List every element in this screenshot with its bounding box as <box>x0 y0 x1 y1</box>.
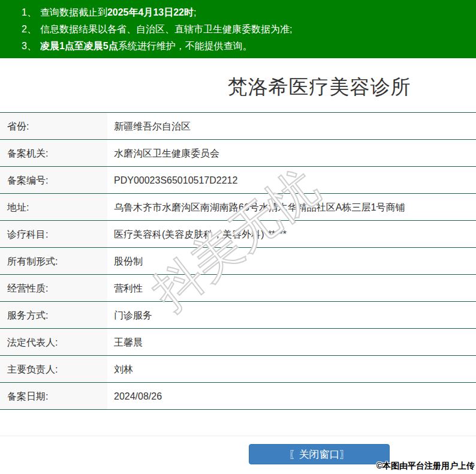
upload-credit-text: ©本图由平台注册用户上传 <box>376 461 475 472</box>
table-row-filing-number: 备案编号: PDY00023S65010517D2212 <box>0 167 476 194</box>
table-row-departments: 诊疗科目: 医疗美容科(美容皮肤科，美容外科)****** <box>0 221 476 248</box>
table-row-filing-authority: 备案机关: 水磨沟区卫生健康委员会 <box>0 140 476 167</box>
notice-3-bold: 凌晨1点至凌晨5点 <box>40 41 118 51</box>
row-value: 股份制 <box>107 248 476 274</box>
table-row-service-mode: 服务方式: 门诊服务 <box>0 302 476 329</box>
row-label: 诊疗科目: <box>0 221 107 247</box>
record-info-table: 省份: 新疆维吾尔自治区 备案机关: 水磨沟区卫生健康委员会 备案编号: PDY… <box>0 112 476 410</box>
row-label: 备案日期: <box>0 383 107 409</box>
notice-line-1: 1、查询数据截止到2025年4月13日22时; <box>22 4 476 21</box>
row-value: 水磨沟区卫生健康委员会 <box>107 140 476 166</box>
row-value: PDY00023S65010517D2212 <box>107 167 476 193</box>
row-value: 门诊服务 <box>107 302 476 328</box>
table-row-ownership: 所有制形式: 股份制 <box>0 248 476 275</box>
row-value: 新疆维吾尔自治区 <box>107 113 476 139</box>
page-viewport: 1、查询数据截止到2025年4月13日22时; 2、信息数据结果以各省、自治区、… <box>0 0 476 474</box>
table-row-legal-representative: 法定代表人: 王馨晨 <box>0 329 476 356</box>
notice-bar: 1、查询数据截止到2025年4月13日22时; 2、信息数据结果以各省、自治区、… <box>0 0 476 58</box>
notice-1-tail: ; <box>194 7 196 17</box>
row-value: 2024/08/26 <box>107 383 476 409</box>
table-row-filing-date: 备案日期: 2024/08/26 <box>0 383 476 410</box>
table-row-province: 省份: 新疆维吾尔自治区 <box>0 113 476 140</box>
row-label: 所有制形式: <box>0 248 107 274</box>
notice-3-number: 3、 <box>22 41 37 51</box>
row-label: 主要负责人: <box>0 356 107 382</box>
row-label: 服务方式: <box>0 302 107 328</box>
notice-line-2: 2、信息数据结果以各省、自治区、直辖市卫生健康委数据为准; <box>22 21 476 38</box>
row-value: 医疗美容科(美容皮肤科，美容外科)****** <box>107 221 476 247</box>
notice-2-number: 2、 <box>22 24 37 34</box>
table-row-address: 地址: 乌鲁木齐市水磨沟区南湖南路66号水清木华精品社区A栋三层1号商铺 <box>0 194 476 221</box>
row-value: 乌鲁木齐市水磨沟区南湖南路66号水清木华精品社区A栋三层1号商铺 <box>107 194 476 220</box>
row-value: 营利性 <box>107 275 476 301</box>
notice-3-tail: 系统进行维护，不能提供查询。 <box>118 41 252 51</box>
notice-line-3: 3、凌晨1点至凌晨5点系统进行维护，不能提供查询。 <box>22 38 476 55</box>
row-label: 经营性质: <box>0 275 107 301</box>
notice-1-number: 1、 <box>22 7 37 17</box>
page-title: 梵洛希医疗美容诊所 <box>0 58 476 99</box>
row-label: 备案编号: <box>0 167 107 193</box>
row-label: 省份: <box>0 113 107 139</box>
row-label: 地址: <box>0 194 107 220</box>
row-label: 备案机关: <box>0 140 107 166</box>
row-value: 王馨晨 <box>107 329 476 355</box>
page-inner: 1、查询数据截止到2025年4月13日22时; 2、信息数据结果以各省、自治区、… <box>0 0 476 467</box>
row-label: 法定代表人: <box>0 329 107 355</box>
table-row-principal: 主要负责人: 刘林 <box>0 356 476 383</box>
table-row-business-nature: 经营性质: 营利性 <box>0 275 476 302</box>
row-value: 刘林 <box>107 356 476 382</box>
notice-1-text: 查询数据截止到 <box>40 7 107 17</box>
notice-1-bold: 2025年4月13日22时 <box>107 7 194 17</box>
close-window-button[interactable]: 〖关闭窗口〗 <box>249 444 390 464</box>
notice-2-text: 信息数据结果以各省、自治区、直辖市卫生健康委数据为准; <box>40 24 292 34</box>
